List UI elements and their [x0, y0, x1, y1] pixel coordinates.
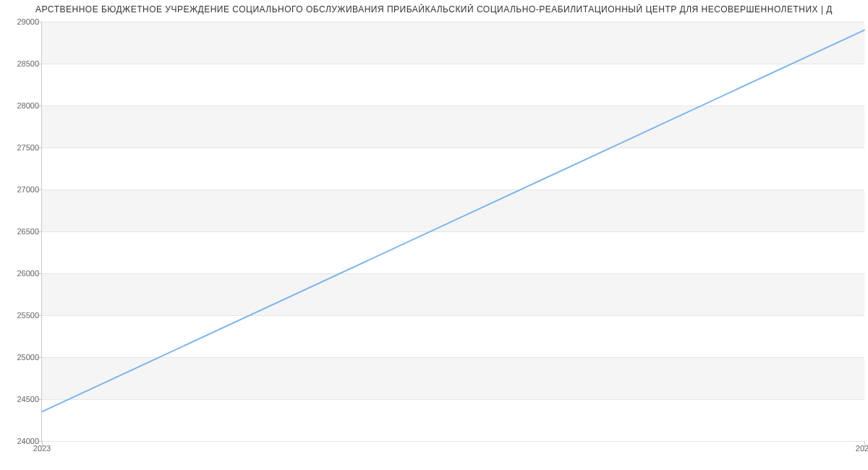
- y-tick-label: 25000: [17, 353, 39, 362]
- y-tick-label: 27500: [17, 143, 39, 152]
- y-tick-label: 26000: [17, 269, 39, 278]
- y-tick-label: 28500: [17, 59, 39, 68]
- y-tick-label: 25500: [17, 311, 39, 320]
- y-tick-label: 28000: [17, 101, 39, 110]
- chart-title: АРСТВЕННОЕ БЮДЖЕТНОЕ УЧРЕЖДЕНИЕ СОЦИАЛЬН…: [0, 4, 868, 14]
- y-tick-label: 24500: [17, 395, 39, 403]
- y-gridline: [42, 441, 864, 442]
- line-layer: [42, 22, 864, 441]
- x-tick-label: 2024: [856, 444, 868, 453]
- data-line: [42, 30, 864, 412]
- y-tick-label: 26500: [17, 227, 39, 236]
- plot-area: [42, 22, 864, 441]
- y-tick-label: 27000: [17, 185, 39, 194]
- x-tick-label: 2023: [33, 444, 51, 453]
- y-tick-label: 29000: [17, 17, 39, 26]
